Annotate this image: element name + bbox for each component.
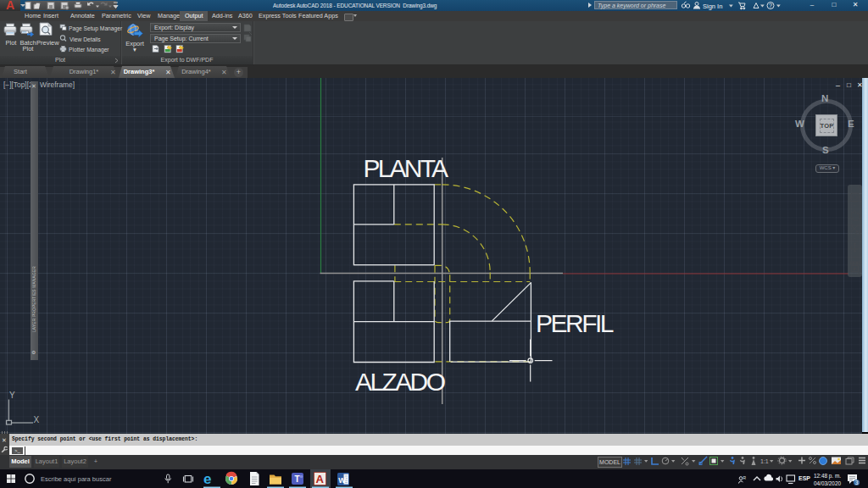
svg-text:W: W bbox=[338, 476, 346, 485]
svg-text:ALZADO: ALZADO bbox=[355, 368, 446, 396]
svg-text:Escribe aquí para buscar: Escribe aquí para buscar bbox=[41, 475, 112, 483]
svg-text:?: ? bbox=[769, 3, 772, 8]
svg-text:A: A bbox=[316, 473, 325, 485]
svg-text:PLANTA: PLANTA bbox=[364, 154, 449, 182]
svg-text:PERFIL: PERFIL bbox=[536, 309, 615, 337]
svg-text:R: R bbox=[743, 475, 747, 480]
svg-text:e: e bbox=[203, 471, 211, 487]
svg-text:12:48 p. m.: 12:48 p. m. bbox=[814, 473, 841, 480]
svg-text:ESP: ESP bbox=[798, 475, 810, 481]
svg-text:Y: Y bbox=[9, 391, 15, 400]
svg-text:Sign In: Sign In bbox=[703, 3, 722, 10]
svg-text:04/03/2020: 04/03/2020 bbox=[814, 480, 841, 486]
svg-text:1:1: 1:1 bbox=[760, 458, 769, 464]
svg-text:X: X bbox=[34, 415, 40, 424]
svg-text:T: T bbox=[294, 474, 299, 484]
svg-text:3: 3 bbox=[855, 480, 859, 485]
